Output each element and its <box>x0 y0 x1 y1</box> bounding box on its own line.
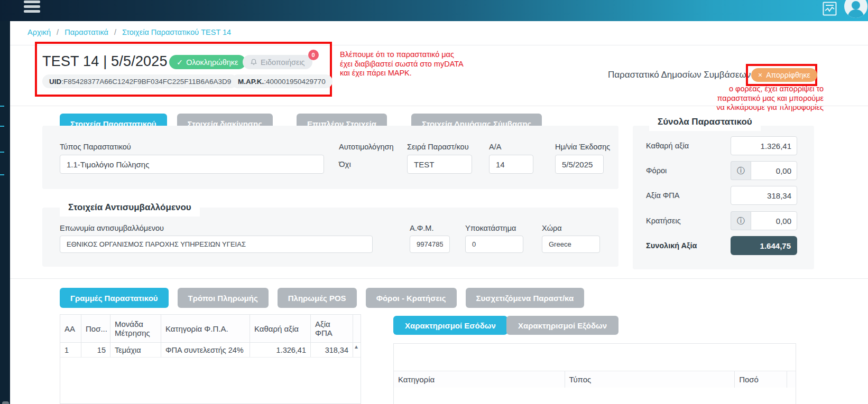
vat-value-input[interactable] <box>731 186 797 205</box>
sidebar-tick <box>0 106 4 107</box>
status-badge-completed: ✓ Ολοκληρώθηκε <box>169 55 246 69</box>
scrollbar-column[interactable]: ▲ <box>353 343 361 357</box>
tab-related-documents[interactable]: Συσχετιζόμενα Παραστ/κα <box>466 288 585 308</box>
annotation-note-rejected: ο φορέας, έχει απορρίψει το παραστατικό … <box>643 84 824 112</box>
divider <box>10 45 868 45</box>
series-input[interactable] <box>407 155 472 174</box>
counterparty-branch-label: Υποκατάστημα <box>465 224 516 232</box>
close-icon: × <box>758 71 762 79</box>
lines-table: ΑΑ Ποσ... Μονάδα Μέτρησης Κατηγορία Φ.Π.… <box>60 314 361 404</box>
user-avatar-icon[interactable] <box>844 0 867 18</box>
col-header-type[interactable]: Τύπος <box>565 371 735 388</box>
annotation-note-transmitted: Βλέπουμε ότι το παραστατικό μας έχει δια… <box>340 50 464 78</box>
col-header-category[interactable]: Κατηγορία <box>394 371 565 388</box>
cell-unit: Τεμάχια <box>110 343 161 357</box>
series-label: Σειρά Παραστ/κου <box>407 143 469 151</box>
sidebar-tick <box>0 174 4 175</box>
doc-type-label: Τύπος Παραστατικού <box>60 143 131 151</box>
characterizations-table: Κατηγορία Τύπος Ποσό <box>393 343 796 404</box>
scroll-up-icon[interactable]: ▲ <box>354 344 359 350</box>
deductions-input[interactable] <box>751 211 797 230</box>
breadcrumb-current-link[interactable]: Στοιχεία Παραστατικού TEST 14 <box>122 28 231 36</box>
scrollbar-column <box>787 371 796 388</box>
cell-qty: 15 <box>81 343 110 357</box>
totals-panel: Σύνολα Παραστατικού Καθαρή αξία Φόροι ⓘ … <box>633 126 814 269</box>
self-billing-label: Αυτοτιμολόγηση <box>339 143 394 151</box>
breadcrumb-docs-link[interactable]: Παραστατικά <box>64 28 108 36</box>
top-navigation-bar <box>0 0 868 21</box>
divider <box>10 106 868 106</box>
tab-payment-methods[interactable]: Τρόποι Πληρωμής <box>178 288 269 308</box>
col-header-qty[interactable]: Ποσ... <box>81 315 110 342</box>
taxes-input-group: ⓘ <box>731 161 797 180</box>
issue-date-input[interactable] <box>555 155 604 174</box>
info-icon[interactable]: ⓘ <box>731 161 751 180</box>
scrollbar-column <box>353 315 361 342</box>
cell-net: 1.326,41 <box>250 343 311 357</box>
counterparty-name-label: Επωνυμία αντισυμβαλλόμενου <box>60 224 164 232</box>
check-icon: ✓ <box>177 58 183 67</box>
divider <box>10 278 868 279</box>
deductions-label: Κρατήσεις <box>646 217 681 225</box>
characterizations-table-header: Κατηγορία Τύπος Ποσό <box>394 371 796 388</box>
counterparty-vat-input[interactable] <box>410 236 450 253</box>
tab-document-lines[interactable]: Γραμμές Παραστατικού <box>60 288 169 308</box>
tab-pos-payments[interactable]: Πληρωμές POS <box>278 288 357 308</box>
aa-input[interactable] <box>489 155 533 174</box>
counterparty-country-label: Χώρα <box>542 224 562 232</box>
net-value-input[interactable] <box>731 136 797 155</box>
notifications-button[interactable]: Ειδοποιήσεις 0 <box>243 55 312 69</box>
issue-date-label: Ημ/νία Έκδοσης <box>555 143 610 151</box>
activity-chart-icon[interactable] <box>823 2 837 16</box>
breadcrumb: Αρχική / Παραστατικά / Στοιχεία Παραστατ… <box>27 28 231 36</box>
uid-badge: UID:F85428377A66C1242F9BF034FC225F11B6A6… <box>42 74 238 88</box>
collapsed-sidebar[interactable] <box>0 21 10 404</box>
breadcrumb-separator: / <box>57 28 59 36</box>
mark-badge: M.AP.K.:400001950429770 <box>231 74 333 88</box>
self-billing-value: Όχι <box>339 159 351 168</box>
taxes-input[interactable] <box>751 161 797 180</box>
counterparty-title: Στοιχεία Αντισυμβαλλόμενου <box>60 199 200 217</box>
doc-type-input[interactable] <box>60 155 324 174</box>
total-value-display: 1.644,75 <box>731 236 797 255</box>
totals-title: Σύνολα Παραστατικού <box>649 113 761 131</box>
col-header-vat-category[interactable]: Κατηγορία Φ.Π.Α. <box>161 315 250 342</box>
net-value-label: Καθαρή αξία <box>646 142 689 150</box>
lines-table-header: ΑΑ Ποσ... Μονάδα Μέτρησης Κατηγορία Φ.Π.… <box>60 315 361 343</box>
breadcrumb-home-link[interactable]: Αρχική <box>27 28 51 36</box>
page: Αρχική / Παραστατικά / Στοιχεία Παραστατ… <box>0 0 868 404</box>
public-contract-label: Παραστατικό Δημοσίων Συμβάσεων <box>608 70 751 80</box>
vat-value-label: Αξία ΦΠΑ <box>646 191 680 200</box>
counterparty-name-input[interactable] <box>60 236 373 253</box>
counterparty-vat-label: Α.Φ.Μ. <box>410 224 433 232</box>
col-header-vat[interactable]: Αξία ΦΠΑ <box>311 315 353 342</box>
col-header-amount[interactable]: Ποσό <box>735 371 787 388</box>
cell-aa: 1 <box>60 343 81 357</box>
counterparty-country-input[interactable] <box>542 236 600 253</box>
taxes-label: Φόροι <box>646 166 667 175</box>
sidebar-tick <box>0 152 4 153</box>
income-characterizations-button[interactable]: Χαρακτηρισμοί Εσόδων <box>393 316 507 335</box>
bell-icon <box>250 58 257 66</box>
col-header-net[interactable]: Καθαρή αξία <box>250 315 311 342</box>
info-icon[interactable]: ⓘ <box>731 211 751 230</box>
rejected-status-button[interactable]: × Απορρίφθηκε <box>751 68 817 82</box>
breadcrumb-separator: / <box>114 28 116 36</box>
notifications-count-badge: 0 <box>308 50 319 60</box>
expense-characterizations-button[interactable]: Χαρακτηρισμοί Εξόδων <box>506 316 618 335</box>
cell-vat: 318,34 <box>311 343 353 357</box>
tab-taxes-deductions[interactable]: Φόροι - Κρατήσεις <box>366 288 457 308</box>
sidebar-grip[interactable] <box>2 401 9 404</box>
hamburger-menu-icon[interactable] <box>24 1 40 14</box>
page-title: TEST 14 | 5/5/2025 <box>42 53 168 70</box>
counterparty-branch-input[interactable] <box>465 236 523 253</box>
deductions-input-group: ⓘ <box>731 211 797 230</box>
table-row[interactable]: 1 15 Τεμάχια ΦΠΑ συντελεστής 24% 1.326,4… <box>60 343 361 358</box>
cell-vat-category: ΦΠΑ συντελεστής 24% <box>161 343 250 357</box>
col-header-aa[interactable]: ΑΑ <box>60 315 81 342</box>
lines-tabs: Γραμμές Παραστατικού Τρόποι Πληρωμής Πλη… <box>60 288 584 308</box>
sidebar-tick <box>0 126 4 127</box>
aa-label: Α/Α <box>489 143 501 151</box>
characterizations-table-toolbar <box>394 344 796 371</box>
col-header-unit[interactable]: Μονάδα Μέτρησης <box>110 315 161 342</box>
